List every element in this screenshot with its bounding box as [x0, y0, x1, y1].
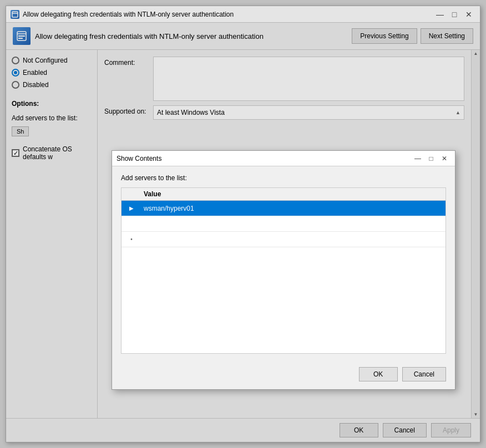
main-window: Allow delegating fresh credentials with …	[6, 6, 480, 442]
dialog-cancel-button[interactable]: Cancel	[402, 367, 446, 381]
dialog-overlay: Show Contents — □ ✕ Add servers to the l…	[6, 6, 480, 442]
dialog-title: Show Contents	[117, 155, 161, 162]
row-indicator-3: •	[122, 236, 141, 242]
dialog-footer: OK Cancel	[112, 362, 455, 389]
row-selected-indicator: ▶	[122, 205, 141, 211]
table-row[interactable]	[122, 216, 446, 232]
dialog-title-bar: Show Contents — □ ✕	[112, 151, 455, 166]
dialog-ok-button[interactable]: OK	[359, 367, 398, 381]
row-value-1: wsman/hyperv01	[141, 205, 446, 212]
dialog-maximize-button[interactable]: □	[425, 154, 437, 164]
table-row[interactable]: •	[122, 232, 446, 247]
table-container: Value ▶ wsman/hyperv01	[121, 187, 446, 354]
table-body: ▶ wsman/hyperv01 •	[122, 201, 446, 353]
dialog-minimize-button[interactable]: —	[412, 154, 424, 164]
show-contents-dialog: Show Contents — □ ✕ Add servers to the l…	[112, 150, 455, 390]
table-header: Value	[122, 188, 446, 201]
dialog-title-controls: — □ ✕	[412, 154, 450, 164]
dialog-close-button[interactable]: ✕	[438, 154, 450, 164]
dialog-body: Add servers to the list: Value ▶ wsman/h…	[112, 166, 455, 362]
dialog-subtitle: Add servers to the list:	[121, 174, 446, 182]
value-column-header: Value	[144, 190, 161, 198]
table-row[interactable]: ▶ wsman/hyperv01	[122, 201, 446, 216]
